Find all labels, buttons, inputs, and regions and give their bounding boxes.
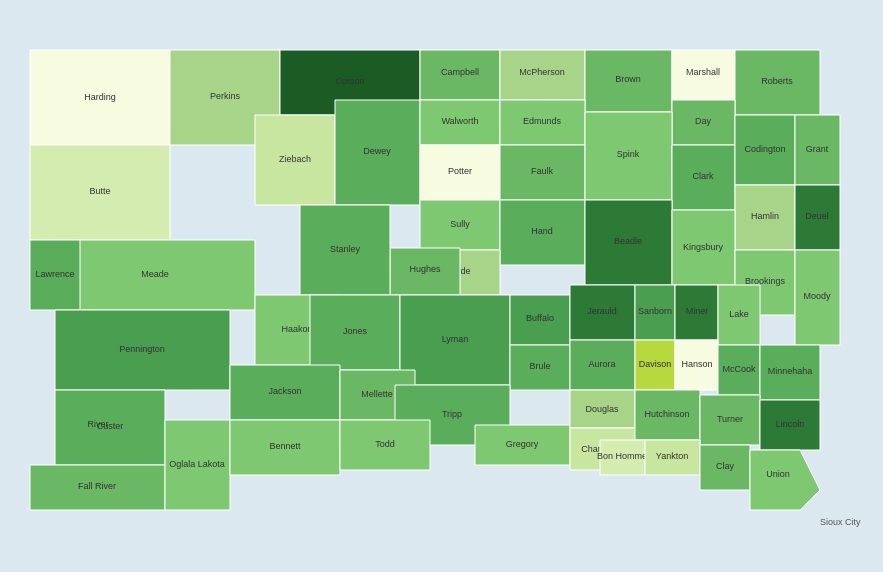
county-lyman[interactable] [400,295,510,385]
county-buffalo[interactable] [510,295,570,345]
county-lincoln[interactable] [760,400,820,450]
county-custer[interactable] [55,390,165,465]
county-campbell[interactable] [420,50,500,100]
county-minnehaha[interactable] [760,345,820,400]
county-fall-river[interactable] [30,465,165,510]
county-douglas[interactable] [570,390,635,428]
county-hutchinson[interactable] [635,390,700,440]
county-jones[interactable] [310,295,400,370]
county-stanley[interactable] [300,205,390,295]
county-marshall[interactable] [672,50,735,100]
county-bennett[interactable] [230,420,340,475]
county-faulk[interactable] [500,145,585,200]
county-butte[interactable] [30,145,170,240]
county-brule[interactable] [510,345,570,390]
county-sully[interactable] [420,200,500,250]
county-day[interactable] [672,100,735,145]
county-turner[interactable] [700,395,760,445]
county-dewey[interactable] [335,100,420,205]
county-miner[interactable] [675,285,718,340]
map-container: Harding Perkins Corson Campbell McPherso… [0,0,883,572]
county-roberts[interactable] [735,50,820,115]
county-deuel[interactable] [795,185,840,250]
county-hamlin[interactable] [735,185,795,250]
county-yankton[interactable] [645,440,700,475]
county-walworth[interactable] [420,100,500,145]
county-clay[interactable] [700,445,750,490]
county-hand[interactable] [500,200,585,265]
county-bon-homme[interactable] [600,440,645,475]
county-todd[interactable] [340,420,430,470]
sd-map: Harding Perkins Corson Campbell McPherso… [0,0,883,572]
county-davison[interactable] [635,340,675,390]
county-oglala-lakota[interactable] [165,420,230,510]
county-brown[interactable] [585,50,672,112]
county-aurora[interactable] [570,340,635,390]
county-edmunds[interactable] [500,100,585,145]
county-jerauld[interactable] [570,285,635,340]
county-potter[interactable] [420,145,500,200]
county-mccook[interactable] [718,345,760,395]
county-spink[interactable] [585,112,672,200]
county-grant[interactable] [795,115,840,185]
county-pennington[interactable] [55,310,230,390]
county-lake[interactable] [718,285,760,345]
county-gregory[interactable] [475,425,570,465]
county-mcpherson[interactable] [500,50,585,100]
county-jackson[interactable] [230,365,340,420]
county-moody[interactable] [795,250,840,345]
county-sanborn[interactable] [635,285,675,340]
county-kingsbury[interactable] [672,210,735,285]
county-meade[interactable] [55,240,255,310]
county-clark[interactable] [672,145,735,210]
county-lawrence[interactable] [30,240,80,310]
county-beadle[interactable] [585,200,672,285]
county-hanson[interactable] [675,340,718,390]
county-harding[interactable] [30,50,170,145]
county-hughes2[interactable] [390,248,460,295]
county-codington[interactable] [735,115,795,185]
county-ziebach[interactable] [255,115,335,205]
